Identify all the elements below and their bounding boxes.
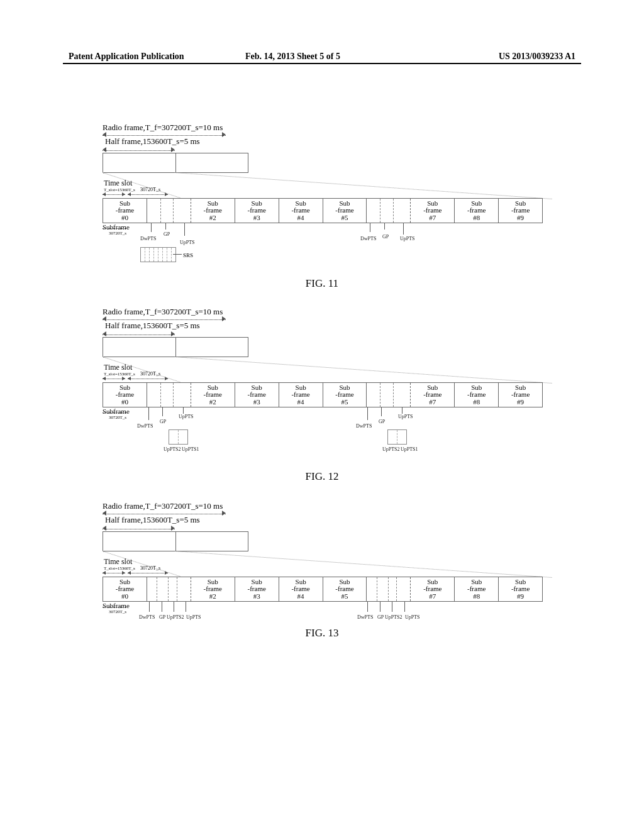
- figure-13-caption: FIG. 13: [0, 627, 644, 639]
- dwpts-label: DwPTS: [140, 236, 156, 241]
- radio-frame-label: Radio frame,T_f=307200T_s=10 ms: [103, 501, 223, 511]
- pts-pointer: [367, 407, 368, 420]
- subframe-7: Sub-frame#7: [411, 199, 455, 223]
- uppts-label: UpPTS: [405, 614, 420, 620]
- uppts-label: UpPTS: [398, 414, 413, 419]
- subframe-label: Sub-frame#8: [467, 384, 486, 406]
- pts-pointer: [404, 602, 405, 612]
- subframe-9: Sub-frame#9: [499, 577, 542, 601]
- header-center: Feb. 14, 2013 Sheet 5 of 5: [245, 52, 340, 62]
- timeslot-formula: T_slot=15360T_s: [104, 187, 135, 192]
- gp-label: GP: [382, 234, 389, 240]
- srs-label: SRS: [183, 252, 193, 258]
- gp-label: GP: [159, 614, 165, 620]
- uppts-split-box: [387, 429, 407, 445]
- subframe-bottom-arrow: [103, 606, 126, 609]
- gp-label: GP: [160, 419, 166, 424]
- subframe-label: Sub-frame#5: [335, 384, 353, 406]
- pts-pointer: [381, 407, 382, 416]
- half-frame-label: Half frame,153600T_s=5 ms: [105, 321, 200, 331]
- header-right: US 2013/0039233 A1: [499, 52, 575, 62]
- dwpts-label: DwPTS: [139, 614, 155, 620]
- gp-label: GP: [377, 614, 384, 620]
- subframe-label: Sub-frame#5: [335, 200, 353, 222]
- uppts-label: UpPTS: [186, 614, 201, 620]
- subframes-row: Sub-frame#0 Sub-frame#2 Sub-frame#3 Sub-…: [103, 382, 543, 407]
- half-frame-blocks: [103, 337, 248, 357]
- radio-frame-label: Radio frame,T_f=307200T_s=10 ms: [103, 123, 223, 133]
- pts-pointer: [149, 602, 150, 612]
- subframe-5: Sub-frame#5: [323, 199, 367, 223]
- uppts2-label: UpPTS2: [167, 614, 184, 620]
- pts-pointer: [183, 407, 184, 414]
- subframe-label: Sub-frame#8: [467, 200, 486, 222]
- subframe-label: Sub-frame#7: [423, 384, 441, 406]
- srs-box: [140, 247, 176, 262]
- gp-label: GP: [379, 419, 385, 424]
- pts-pointer: [186, 602, 186, 612]
- dwpts-label: DwPTS: [357, 614, 373, 620]
- subframe-4: Sub-frame#4: [279, 383, 323, 407]
- header-left: Patent Application Publication: [69, 52, 184, 62]
- subframe-bottom-arrow: [103, 412, 126, 414]
- subframe-2: Sub-frame#2: [191, 577, 235, 601]
- timeslot-arrow-2: [128, 572, 168, 575]
- subframe-1-special: [147, 577, 191, 601]
- subframe-6-special: [367, 577, 411, 601]
- gp-label: GP: [164, 231, 170, 237]
- subframes-row: Sub-frame#0 Sub-frame#2 Sub-frame#3 Sub-…: [103, 577, 543, 602]
- pts-pointer: [162, 407, 163, 416]
- subframe-6-special: [367, 383, 411, 407]
- dwpts-label: DwPTS: [356, 423, 372, 429]
- subframe-bottom-arrow: [103, 228, 126, 230]
- subframe-label: Sub-frame#2: [204, 200, 222, 222]
- subframe-9: Sub-frame#9: [499, 199, 542, 223]
- pts-pointer: [367, 602, 368, 612]
- subframe-3: Sub-frame#3: [235, 199, 279, 223]
- uppts1-label: UpPTS1: [182, 446, 199, 452]
- timeslot-arrow-2: [128, 378, 168, 380]
- subframes-row: Sub-frame#0 Sub-frame#2 Sub-frame#3 Sub-…: [103, 198, 543, 223]
- subframe-label: Sub-frame#0: [116, 578, 134, 600]
- timeslot-formula: T_slot=15360T_s: [104, 566, 135, 571]
- dwpts-label: DwPTS: [360, 236, 376, 241]
- subframe-1-special: [147, 199, 191, 223]
- subframe-1-special: [147, 383, 191, 407]
- dwpts-label: DwPTS: [137, 423, 153, 429]
- subframe-label: Sub-frame#4: [291, 200, 309, 222]
- uppts2-label: UpPTS2: [382, 446, 400, 452]
- subframe-8: Sub-frame#8: [455, 577, 499, 601]
- uppts1-label: UpPTS1: [401, 446, 418, 452]
- timeslot-arrow-1: [103, 572, 125, 575]
- header-rule: [63, 63, 581, 64]
- pts-pointer: [370, 223, 370, 232]
- subframe-label: Sub-frame#9: [511, 578, 530, 600]
- timeslot-arrow-1: [103, 194, 125, 196]
- subframe-5: Sub-frame#5: [323, 577, 367, 601]
- half-frame-label: Half frame,153600T_s=5 ms: [105, 515, 200, 525]
- subframe-4: Sub-frame#4: [279, 577, 323, 601]
- subframe-label: Sub-frame#2: [204, 578, 222, 600]
- half-frame-blocks: [103, 531, 248, 551]
- subframe-label: Sub-frame#4: [291, 578, 309, 600]
- half-frame-label: Half frame,153600T_s=5 ms: [105, 136, 200, 147]
- subframe-bottom-formula: 30720T_s: [109, 415, 126, 420]
- timeslot-arrow-2: [128, 194, 168, 196]
- subframe-label: Sub-frame#3: [248, 578, 266, 600]
- figure-12-caption: FIG. 12: [0, 470, 644, 483]
- subframe-bottom-formula: 30720T_s: [109, 231, 126, 236]
- subframe-label: Sub-frame#7: [423, 578, 441, 600]
- subframe-5: Sub-frame#5: [323, 383, 367, 407]
- subframe-label: Sub-frame#3: [248, 200, 266, 222]
- pts-pointer: [392, 602, 392, 612]
- pts-pointer: [165, 223, 166, 230]
- subframe-label: Sub-frame#4: [291, 384, 309, 406]
- pts-pointer: [384, 223, 385, 230]
- timeslot-arrow-1: [103, 378, 125, 380]
- pts-pointer: [162, 602, 162, 612]
- expansion-line: [175, 172, 552, 199]
- uppts2-label: UpPTS2: [164, 446, 181, 452]
- subframe-label: Sub-frame#3: [248, 384, 266, 406]
- subframe-9: Sub-frame#9: [499, 383, 542, 407]
- pts-pointer: [403, 223, 404, 235]
